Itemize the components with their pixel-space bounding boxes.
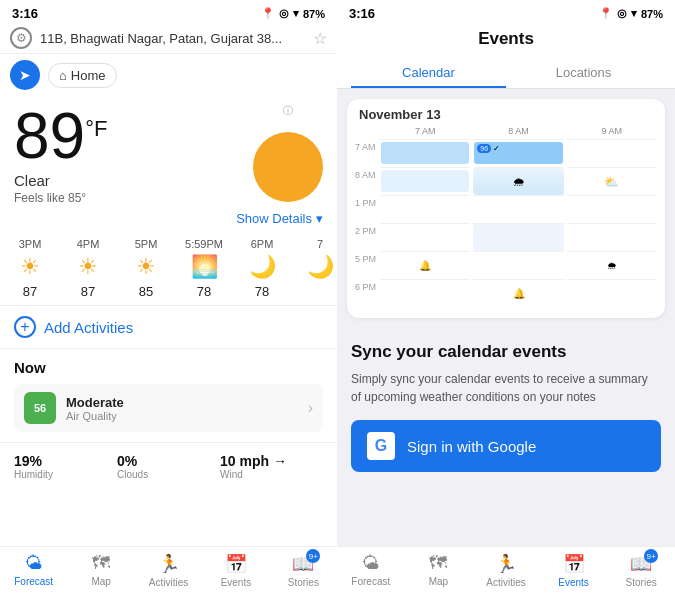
activities-icon-right: 🏃 <box>495 553 517 575</box>
hour-icon-0: ☀ <box>20 254 40 280</box>
stats-row: 19% Humidity 0% Clouds 10 mph → Wind <box>0 442 337 490</box>
status-bar-left: 3:16 📍 ◎ ▾ 87% <box>0 0 337 23</box>
calendar-times: 7 AM 8 AM 1 PM 2 PM 5 PM 6 PM <box>355 126 376 310</box>
battery-left: 87% <box>303 8 325 20</box>
time-2pm: 2 PM <box>355 226 376 254</box>
hour-item-5: 7 🌙 <box>300 238 337 299</box>
hour-item-0: 3PM ☀ 87 <box>10 238 50 299</box>
google-logo: G <box>367 432 395 460</box>
status-bar-right: 3:16 📍 ◎ ▾ 87% <box>337 0 675 23</box>
home-label: Home <box>71 68 106 83</box>
show-details-btn[interactable]: Show Details ▾ <box>0 209 337 232</box>
air-quality-badge: 56 <box>24 392 56 424</box>
hour-item-2: 5PM ☀ 85 <box>126 238 166 299</box>
calendar-date: November 13 <box>347 99 665 126</box>
stat-wind: 10 mph → Wind <box>220 453 323 480</box>
plus-icon: + <box>14 316 36 338</box>
time-7am: 7 AM <box>355 142 376 170</box>
cal-col-1: 7 AM 🔔 <box>380 126 470 310</box>
stat-clouds: 0% Clouds <box>117 453 220 480</box>
google-signin-button[interactable]: G Sign in with Google <box>351 420 661 472</box>
calendar-columns: 7 AM 🔔 8 AM <box>380 126 657 310</box>
tab-locations[interactable]: Locations <box>506 57 661 88</box>
nav-forecast-left[interactable]: 🌤 Forecast <box>0 553 67 588</box>
time-left: 3:16 <box>12 6 38 21</box>
hour-time-2: 5PM <box>135 238 158 250</box>
time-6pm: 6 PM <box>355 282 376 310</box>
location-text: 11B, Bhagwati Nagar, Patan, Gujarat 38..… <box>40 31 305 46</box>
nav-bar: ➤ ⌂ Home <box>0 54 337 96</box>
events-icon-right: 📅 <box>563 553 585 575</box>
star-icon[interactable]: ☆ <box>313 29 327 48</box>
nav-stories-right[interactable]: 📖 9+ Stories <box>607 553 675 588</box>
temp-section: 89°F Clear Feels like 85° <box>14 104 107 205</box>
map-icon-left: 🗺 <box>92 553 110 574</box>
hour-icon-4: 🌙 <box>249 254 276 280</box>
google-signin-label: Sign in with Google <box>407 438 536 455</box>
hour-item-4: 6PM 🌙 78 <box>242 238 282 299</box>
hour-item-3: 5:59PM 🌅 78 <box>184 238 224 299</box>
chevron-down-icon: ▾ <box>316 211 323 226</box>
activities-icon-left: 🏃 <box>158 553 180 575</box>
right-panel: 3:16 📍 ◎ ▾ 87% Events Calendar Locations… <box>337 0 675 598</box>
show-details-label: Show Details <box>236 211 312 226</box>
time-5pm: 5 PM <box>355 254 376 282</box>
hour-temp-4: 78 <box>255 284 269 299</box>
signal-icon: ◎ <box>279 7 289 20</box>
status-icons-left: 📍 ◎ ▾ 87% <box>261 7 325 20</box>
events-icon-left: 📅 <box>225 553 247 575</box>
hour-time-5: 7 <box>317 238 323 250</box>
aq-label: Moderate <box>66 395 298 410</box>
settings-icon[interactable]: ⚙ <box>10 27 32 49</box>
hour-time-3: 5:59PM <box>185 238 223 250</box>
forecast-icon-left: 🌤 <box>25 553 43 574</box>
nav-activities-right[interactable]: 🏃 Activities <box>472 553 540 588</box>
temp-unit: °F <box>85 116 107 141</box>
nav-map-left[interactable]: 🗺 Map <box>67 553 134 588</box>
location-status-icon-right: 📍 <box>599 7 613 20</box>
add-activities-btn[interactable]: + Add Activities <box>14 316 323 338</box>
aq-chevron-icon: › <box>308 399 313 417</box>
wind-label: Wind <box>220 469 323 480</box>
hour-temp-1: 87 <box>81 284 95 299</box>
hour-item-1: 4PM ☀ 87 <box>68 238 108 299</box>
clouds-label: Clouds <box>117 469 220 480</box>
time-1pm: 1 PM <box>355 198 376 226</box>
signal-icon-right: ◎ <box>617 7 627 20</box>
hour-icon-3: 🌅 <box>191 254 218 280</box>
right-title: Events <box>351 29 661 57</box>
nav-forecast-right[interactable]: 🌤 Forecast <box>337 553 405 588</box>
clouds-value: 0% <box>117 453 220 469</box>
humidity-value: 19% <box>14 453 117 469</box>
home-button[interactable]: ⌂ Home <box>48 63 117 88</box>
status-icons-right: 📍 ◎ ▾ 87% <box>599 7 663 20</box>
hour-time-0: 3PM <box>19 238 42 250</box>
tab-calendar[interactable]: Calendar <box>351 57 506 88</box>
stories-badge-right: 📖 9+ <box>630 553 652 575</box>
hourly-forecast: 3PM ☀ 87 4PM ☀ 87 5PM ☀ 85 5:59PM 🌅 78 6… <box>0 232 337 306</box>
right-tabs: Calendar Locations <box>351 57 661 88</box>
navigation-arrow[interactable]: ➤ <box>10 60 40 90</box>
wind-value: 10 mph → <box>220 453 323 469</box>
hour-temp-2: 85 <box>139 284 153 299</box>
nav-activities-left[interactable]: 🏃 Activities <box>135 553 202 588</box>
hour-icon-5: 🌙 <box>307 254 334 280</box>
nav-events-right[interactable]: 📅 Events <box>540 553 608 588</box>
location-bar: ⚙ 11B, Bhagwati Nagar, Patan, Gujarat 38… <box>0 23 337 54</box>
air-quality-row[interactable]: 56 Moderate Air Quality › <box>14 384 323 432</box>
hour-icon-2: ☀ <box>136 254 156 280</box>
bottom-nav-left: 🌤 Forecast 🗺 Map 🏃 Activities 📅 Events 📖… <box>0 546 337 598</box>
nav-stories-left[interactable]: 📖 9+ Stories <box>270 553 337 588</box>
air-quality-info: Moderate Air Quality <box>66 395 298 422</box>
weather-condition: Clear <box>14 172 107 189</box>
now-title: Now <box>14 359 323 376</box>
left-panel: 3:16 📍 ◎ ▾ 87% ⚙ 11B, Bhagwati Nagar, Pa… <box>0 0 337 598</box>
wifi-icon-right: ▾ <box>631 7 637 20</box>
bottom-nav-right: 🌤 Forecast 🗺 Map 🏃 Activities 📅 Events 📖… <box>337 546 675 598</box>
battery-right: 87% <box>641 8 663 20</box>
feels-like: Feels like 85° <box>14 191 107 205</box>
nav-map-right[interactable]: 🗺 Map <box>405 553 473 588</box>
weather-main: 89°F Clear Feels like 85° ⓘ <box>0 96 337 209</box>
nav-events-left[interactable]: 📅 Events <box>202 553 269 588</box>
time-8am: 8 AM <box>355 170 376 198</box>
